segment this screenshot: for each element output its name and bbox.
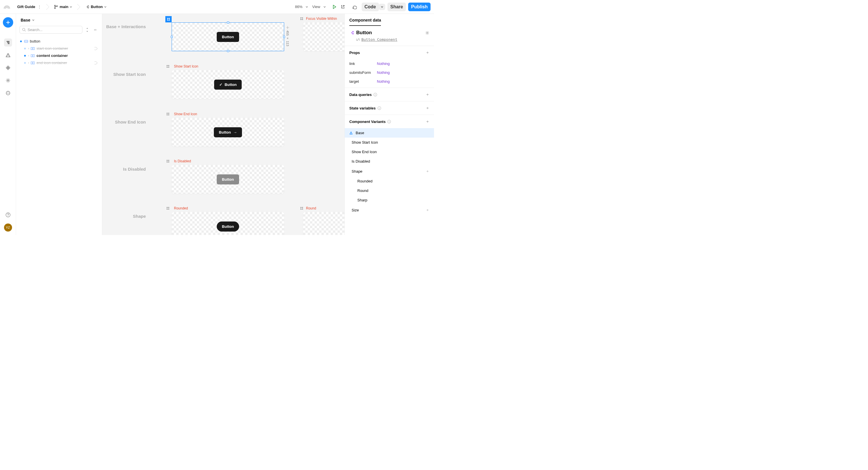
breadcrumb-project[interactable]: Gift Guide ⋮ — [14, 2, 45, 11]
artboard-end-icon[interactable]: Button→ — [172, 118, 284, 147]
add-button[interactable] — [3, 17, 13, 28]
artboard-round[interactable] — [303, 212, 344, 235]
outline-head[interactable]: Base — [16, 14, 102, 25]
variant-label-end[interactable]: Show End Icon — [174, 112, 197, 116]
svg-rect-4 — [7, 66, 9, 67]
variant-rounded[interactable]: Rounded — [345, 176, 434, 186]
publish-button[interactable]: Publish — [408, 3, 431, 11]
expand-collapse-icon[interactable] — [84, 27, 90, 33]
tab-component-data[interactable]: Component data — [349, 18, 381, 26]
info-icon[interactable] — [377, 106, 381, 110]
plus-icon[interactable]: ＋ — [426, 92, 429, 97]
plus-icon[interactable]: ＋ — [426, 119, 429, 124]
frame-icon[interactable] — [166, 206, 170, 210]
info-icon[interactable] — [387, 120, 391, 123]
canvas[interactable]: Base + Interactions Show Start Icon Show… — [102, 14, 344, 235]
prop-submitsform[interactable]: submitsFormNothing — [345, 68, 434, 77]
variant-label-rounded[interactable]: Rounded — [174, 206, 188, 210]
frame-icon[interactable] — [300, 17, 304, 21]
variant-label-start[interactable]: Show Start Icon — [174, 64, 198, 68]
settings-tab-icon[interactable] — [4, 77, 12, 85]
chevron-down-icon — [323, 5, 326, 8]
play-button[interactable] — [330, 3, 339, 11]
outline-tab-icon[interactable] — [4, 38, 12, 47]
container-icon — [31, 47, 35, 50]
plus-icon[interactable]: ＋ — [426, 169, 429, 174]
state-variables-head[interactable]: State variables ＋ — [345, 101, 434, 115]
plus-icon[interactable]: ＋ — [426, 106, 429, 111]
prop-link[interactable]: linkNothing — [345, 59, 434, 68]
variant-base[interactable]: Base — [345, 128, 434, 138]
variant-label-round[interactable]: Round — [306, 206, 316, 210]
frame-icon[interactable] — [166, 159, 170, 163]
component-variants-head[interactable]: Component Variants ＋ — [345, 115, 434, 128]
collapse-all-icon[interactable] — [92, 27, 98, 33]
frame-icon[interactable] — [166, 64, 170, 68]
code-dropdown[interactable] — [379, 4, 385, 10]
share-button[interactable]: Share — [388, 3, 406, 11]
variant-sharp[interactable]: Sharp — [345, 195, 434, 205]
variant-label-disabled[interactable]: Is Disabled — [174, 159, 191, 163]
warnings-tab-icon[interactable] — [4, 51, 12, 59]
more-icon[interactable]: ⋮ — [38, 5, 41, 9]
zoom-value: 86% — [295, 5, 303, 9]
plus-icon[interactable]: ＋ — [426, 207, 429, 213]
app-logo[interactable] — [3, 3, 10, 10]
gear-icon[interactable] — [425, 31, 429, 35]
svg-rect-17 — [31, 48, 32, 50]
tree-item-start-icon[interactable]: › start icon container — [16, 45, 102, 52]
tree-item-button[interactable]: button — [16, 38, 102, 45]
selection-frame-tag[interactable] — [165, 16, 172, 22]
avatar[interactable]: YZ — [4, 224, 12, 232]
expand-icon[interactable]: › — [28, 54, 29, 57]
artboard-base[interactable]: Button — [172, 22, 284, 51]
artboard-disabled[interactable]: Button — [172, 165, 284, 194]
plus-icon[interactable]: ＋ — [426, 50, 429, 55]
prop-target[interactable]: targetNothing — [345, 77, 434, 88]
slot-icon — [24, 40, 28, 43]
section-title: Props — [349, 51, 360, 55]
info-icon[interactable] — [373, 93, 377, 96]
data-queries-head[interactable]: Data queries ＋ — [345, 88, 434, 101]
zoom-control[interactable]: 86% — [295, 5, 308, 9]
variant-end-icon[interactable]: Show End Icon — [345, 147, 434, 156]
share-label: Share — [391, 4, 403, 9]
svg-rect-20 — [33, 55, 34, 57]
left-rail: YZ — [0, 14, 16, 235]
view-control[interactable]: View — [312, 5, 326, 9]
props-head[interactable]: Props ＋ — [345, 46, 434, 59]
search-input[interactable]: Search... — [20, 26, 82, 34]
expand-icon[interactable]: › — [28, 61, 29, 64]
component-link[interactable]: Button Component — [356, 37, 429, 42]
open-external-button[interactable] — [339, 3, 347, 11]
components-tab-icon[interactable] — [4, 64, 12, 72]
variant-start-icon[interactable]: Show Start Icon — [345, 138, 434, 147]
variant-size[interactable]: Size＋ — [345, 205, 434, 215]
expand-icon[interactable]: › — [28, 47, 29, 50]
breadcrumb-branch[interactable]: main — [51, 2, 76, 11]
comment-button[interactable] — [350, 3, 359, 11]
frame-icon[interactable] — [166, 112, 170, 116]
frame-icon[interactable] — [300, 206, 304, 210]
outline-search-row: Search... — [16, 25, 102, 36]
breadcrumb-component[interactable]: Button — [82, 2, 110, 11]
chevron-down-icon — [32, 19, 35, 22]
variant-disabled[interactable]: Is Disabled — [345, 156, 434, 166]
component-name: Button — [91, 5, 103, 9]
code-button[interactable]: Code — [362, 3, 379, 11]
container-icon — [31, 54, 35, 57]
svg-point-1 — [55, 7, 56, 9]
variant-label-focus[interactable]: Focus Visible Within — [306, 17, 337, 21]
tree-item-end-icon[interactable]: › end icon container — [16, 59, 102, 66]
help-icon[interactable] — [4, 211, 12, 219]
tree-item-content[interactable]: › content container — [16, 52, 102, 59]
more-tab-icon[interactable] — [4, 89, 12, 97]
change-dot-icon — [24, 48, 26, 50]
artboard-rounded[interactable]: Button — [172, 212, 284, 235]
tree-label: start icon container — [36, 46, 68, 51]
variant-shape[interactable]: Shape＋ — [345, 166, 434, 176]
svg-rect-6 — [8, 67, 10, 69]
artboard-start-icon[interactable]: ✓Button — [172, 70, 284, 99]
variant-round[interactable]: Round — [345, 186, 434, 195]
artboard-focus[interactable] — [303, 22, 344, 51]
